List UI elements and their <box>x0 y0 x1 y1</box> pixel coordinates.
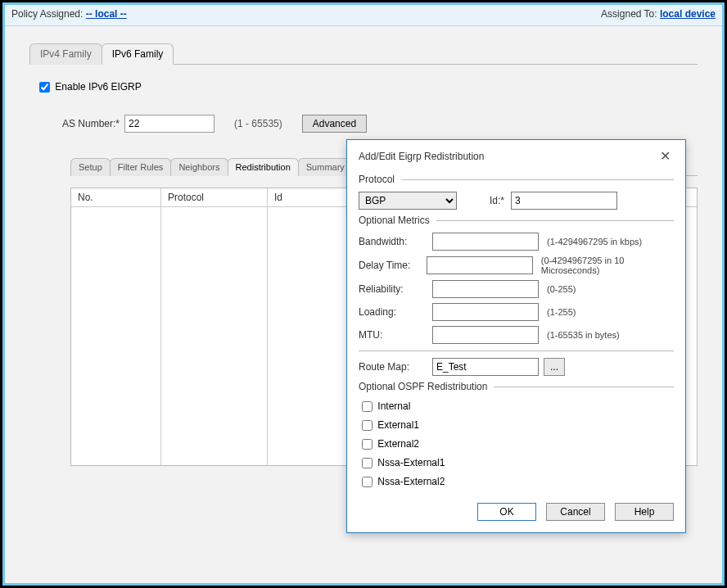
ospf-external1-label: External1 <box>377 419 419 431</box>
advanced-button[interactable]: Advanced <box>302 115 367 133</box>
reliability-input[interactable] <box>432 280 539 298</box>
cancel-button[interactable]: Cancel <box>546 503 605 521</box>
tab-redistribution[interactable]: Redistribution <box>228 158 299 176</box>
assigned-to-link[interactable]: local device <box>660 8 716 20</box>
dialog-title: Add/Edit Eigrp Redistribution <box>359 151 484 162</box>
ospf-external2-label: External2 <box>377 438 419 450</box>
optional-metrics-section-label: Optional Metrics <box>359 215 674 226</box>
tab-setup[interactable]: Setup <box>70 158 111 176</box>
bandwidth-label: Bandwidth: <box>359 236 432 247</box>
col-header-protocol[interactable]: Protocol <box>161 188 267 207</box>
enable-ipv6-eigrp-label: Enable IPv6 EIGRP <box>55 81 141 93</box>
ospf-internal-label: Internal <box>377 400 410 412</box>
delay-label: Delay Time: <box>359 260 427 271</box>
loading-input[interactable] <box>432 303 539 321</box>
policy-assigned-label: Policy Assigned: <box>11 8 83 20</box>
id-label: Id:* <box>490 195 504 206</box>
id-input[interactable] <box>511 192 617 210</box>
routemap-input[interactable] <box>432 358 539 376</box>
ospf-external2-checkbox[interactable]: External2 <box>359 438 419 450</box>
routemap-label: Route Map: <box>359 361 432 373</box>
optional-ospf-section-label: Optional OSPF Redistribution <box>359 381 674 392</box>
bandwidth-input[interactable] <box>432 233 539 251</box>
mtu-hint: (1-65535 in bytes) <box>547 330 620 340</box>
tab-ipv4-family[interactable]: IPv4 Family <box>29 43 102 65</box>
delay-input[interactable] <box>427 256 533 274</box>
protocol-select[interactable]: BGP <box>359 192 457 210</box>
ospf-nssa-external1-checkbox[interactable]: Nssa-External1 <box>359 457 445 468</box>
ospf-internal-checkbox[interactable]: Internal <box>359 400 410 412</box>
as-number-label: AS Number:* <box>62 118 120 129</box>
mtu-label: MTU: <box>359 329 432 341</box>
reliability-hint: (0-255) <box>547 284 576 294</box>
ospf-nssa-external2-checkbox[interactable]: Nssa-External2 <box>359 476 445 487</box>
ospf-nssa-external2-label: Nssa-External2 <box>377 476 445 487</box>
col-header-no[interactable]: No. <box>71 188 160 207</box>
policy-assigned-link[interactable]: -- local -- <box>86 8 127 20</box>
as-number-range: (1 - 65535) <box>234 118 282 129</box>
loading-label: Loading: <box>359 306 432 318</box>
top-bar: Policy Assigned: -- local -- Assigned To… <box>5 5 722 26</box>
assigned-to-label: Assigned To: <box>601 8 657 20</box>
add-edit-eigrp-redistribution-dialog: Add/Edit Eigrp Redistribution ✕ Protocol… <box>346 139 686 533</box>
ospf-nssa-external1-label: Nssa-External1 <box>377 457 445 468</box>
reliability-label: Reliability: <box>359 283 432 295</box>
close-icon[interactable]: ✕ <box>657 148 674 164</box>
loading-hint: (1-255) <box>547 307 576 317</box>
bandwidth-hint: (1-4294967295 in kbps) <box>547 237 642 247</box>
enable-ipv6-eigrp-checkbox[interactable]: Enable IPv6 EIGRP <box>36 81 142 93</box>
tab-filter-rules[interactable]: Filter Rules <box>110 158 172 176</box>
tab-neighbors[interactable]: Neighbors <box>170 158 228 176</box>
help-button[interactable]: Help <box>615 503 674 521</box>
family-tabs: IPv4 Family IPv6 Family <box>29 43 698 65</box>
ospf-external1-checkbox[interactable]: External1 <box>359 419 419 431</box>
ok-button[interactable]: OK <box>477 503 536 521</box>
delay-hint: (0-4294967295 in 10 Microseconds) <box>541 256 674 275</box>
protocol-section-label: Protocol <box>359 174 674 185</box>
tab-ipv6-family[interactable]: IPv6 Family <box>102 43 174 65</box>
as-number-input[interactable] <box>124 115 214 133</box>
mtu-input[interactable] <box>432 326 539 344</box>
routemap-browse-button[interactable]: ... <box>544 358 565 376</box>
